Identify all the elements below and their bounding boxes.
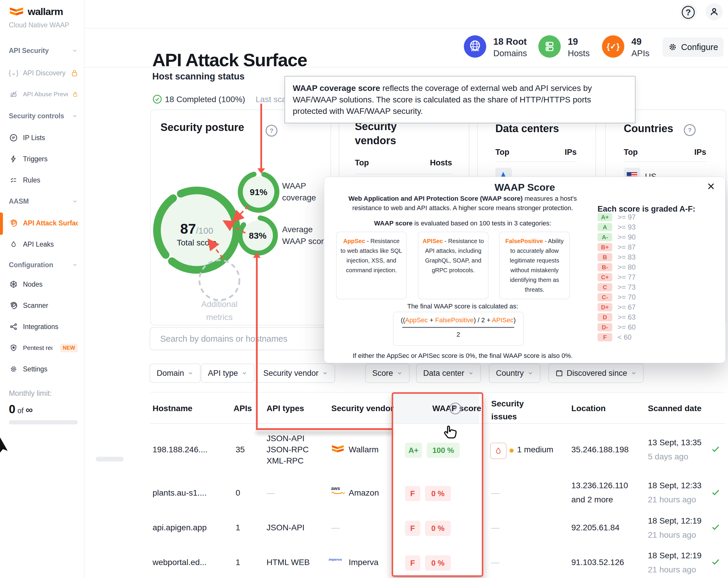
grade-row: C>= 73 xyxy=(598,283,635,292)
sidebar-section-aasm[interactable]: AASM xyxy=(9,195,78,207)
brand-logo[interactable]: wallarm xyxy=(9,6,63,17)
sidebar-item-api-discovery[interactable]: {⌄} API Discovery xyxy=(9,66,78,80)
collapse-cursor-icon[interactable] xyxy=(0,437,9,454)
cell-hostname[interactable]: webportal.ed... xyxy=(153,558,207,567)
countries-help-icon[interactable]: ? xyxy=(684,124,696,136)
grade-threshold: >= 93 xyxy=(618,223,635,231)
grade-row: A->= 90 xyxy=(598,233,635,242)
filter-api-type[interactable]: API type xyxy=(201,363,255,383)
sidebar-item-ip-lists[interactable]: IP IP Lists xyxy=(9,131,78,145)
grade-row: C+>= 77 xyxy=(598,273,635,282)
grade-row: A>= 93 xyxy=(598,223,635,231)
sidebar-item-settings[interactable]: Settings xyxy=(9,362,78,376)
sidebar-item-label: Nodes xyxy=(23,280,43,288)
sidebar-item-scanner[interactable]: Scanner xyxy=(9,298,78,312)
braces-chevron-icon: {⌄} xyxy=(9,69,18,77)
waap-score-badge: 0 % xyxy=(425,521,451,536)
posture-donut-chart xyxy=(150,109,330,324)
filter-domain[interactable]: Domain xyxy=(150,363,201,383)
filter-score[interactable]: Score xyxy=(365,363,410,383)
brand-subtitle: Cloud Native WAAP xyxy=(9,21,69,29)
sidebar-section-api-security[interactable]: API Security xyxy=(9,45,78,56)
cell-location: 92.205.61.84 xyxy=(571,523,620,532)
chevron-down-icon xyxy=(72,113,78,119)
sidebar-item-rules[interactable]: Rules xyxy=(9,173,78,187)
grade-row: A+>= 97 xyxy=(598,213,635,222)
formula-caption: The final WAAP score is calculated as: xyxy=(336,302,589,311)
sidebar-item-pentest-request[interactable]: Pentest request NEW xyxy=(9,341,78,355)
total-score: 87/100 Total score xyxy=(165,221,229,248)
sidebar-item-api-attack-surface[interactable]: API Attack Surface xyxy=(9,216,78,230)
cell-issues[interactable]: 1 medium xyxy=(517,445,553,455)
filter-data-center[interactable]: Data center xyxy=(416,363,481,383)
scan-ok-icon xyxy=(710,556,721,567)
chevron-down-icon xyxy=(241,370,248,376)
filter-country[interactable]: Country xyxy=(489,363,540,383)
configure-button[interactable]: Configure xyxy=(662,37,724,57)
cell-hostname[interactable]: plants.au-s1.... xyxy=(153,488,207,498)
sidebar-item-integrations[interactable]: Integrations xyxy=(9,320,78,334)
sidebar-item-api-leaks[interactable]: API Leaks xyxy=(9,237,78,251)
category-card-appsec: AppSec - Resistance to web attacks like … xyxy=(336,231,407,299)
cell-date: 18 Sept, 12:19 xyxy=(648,551,702,560)
grade-row: B->= 80 xyxy=(598,263,635,272)
cell-hostname[interactable]: 198.188.246.... xyxy=(153,445,208,455)
svg-text:aws: aws xyxy=(331,486,340,491)
cell-vendor: Imperva xyxy=(349,558,379,567)
grade-threshold: >= 80 xyxy=(618,263,635,271)
cell-api-type: JSON-API xyxy=(266,434,305,443)
grade-badge: C- xyxy=(598,293,612,301)
cell-location: 91.103.52.126 xyxy=(571,558,624,567)
col-header-scanned-date[interactable]: Scanned date xyxy=(648,404,702,413)
help-glyph: ? xyxy=(453,405,457,412)
category-name: AppSec xyxy=(343,238,365,244)
filter-security-vendor[interactable]: Security vendor xyxy=(256,363,335,383)
stat-value: 19 xyxy=(568,36,590,48)
grade-threshold: >= 97 xyxy=(618,213,635,221)
formula-appsec: AppSec xyxy=(405,316,428,324)
waap-score-help-icon[interactable]: ? xyxy=(449,403,461,414)
svg-text:imperva: imperva xyxy=(329,557,342,561)
col-header-apis[interactable]: APIs xyxy=(234,404,252,413)
col-header-location[interactable]: Location xyxy=(571,404,606,413)
cell-apis: 1 xyxy=(236,523,240,532)
user-menu-button[interactable] xyxy=(706,3,723,20)
chevron-down-icon xyxy=(631,370,637,376)
droplet-icon xyxy=(9,241,18,248)
sidebar-section-configuration[interactable]: Configuration xyxy=(9,259,78,271)
col-header-security-vendor[interactable]: Security vendor xyxy=(331,404,394,413)
category-card-apisec: APISec - Resistance to API attacks, incl… xyxy=(418,231,489,299)
sidebar-section-security-controls[interactable]: Security controls xyxy=(9,110,78,122)
close-icon[interactable]: × xyxy=(707,180,715,193)
sort-desc-icon[interactable]: ↓ xyxy=(464,403,468,413)
gear-icon xyxy=(668,43,677,52)
table-scrollbar[interactable] xyxy=(96,457,124,462)
sidebar-item-nodes[interactable]: Nodes xyxy=(9,277,78,291)
cell-hostname[interactable]: api.apigen.app xyxy=(153,523,207,532)
help-button[interactable]: ? xyxy=(680,4,697,21)
robot-icon xyxy=(9,90,18,98)
col-header-hostname[interactable]: Hostname xyxy=(153,404,192,413)
waap-score-modal: WAAP Score × Web Application and API Pro… xyxy=(324,176,726,363)
filter-label: Score xyxy=(372,369,393,378)
cell-date: 18 Sept, 12:33 xyxy=(648,481,702,490)
stat-label: APIs xyxy=(631,48,649,59)
limit-of: of xyxy=(17,407,24,415)
limit-used: 0 xyxy=(9,403,15,416)
active-item-indicator xyxy=(0,213,3,235)
filter-discovered-since[interactable]: Discovered since xyxy=(548,363,644,383)
sidebar-item-api-abuse-prevention[interactable]: API Abuse Prevention xyxy=(9,87,78,101)
user-icon xyxy=(709,7,719,17)
grade-badge: B- xyxy=(598,263,612,271)
stat-label: Domains xyxy=(493,48,527,59)
col-header-security-issues[interactable]: Security issues xyxy=(491,397,532,423)
col-header-api-types[interactable]: API types xyxy=(266,404,304,413)
leak-drop-icon[interactable] xyxy=(490,443,506,459)
stat-root-domains: 18 Root Domains xyxy=(493,36,527,59)
radar-spiral-icon xyxy=(9,219,18,227)
cell-location-more[interactable]: and 2 more xyxy=(571,495,613,504)
help-icon: ? xyxy=(682,6,695,19)
formula-part: (( xyxy=(401,316,405,324)
monthly-limit-progressbar xyxy=(9,420,78,424)
sidebar-item-triggers[interactable]: Triggers xyxy=(9,152,78,166)
